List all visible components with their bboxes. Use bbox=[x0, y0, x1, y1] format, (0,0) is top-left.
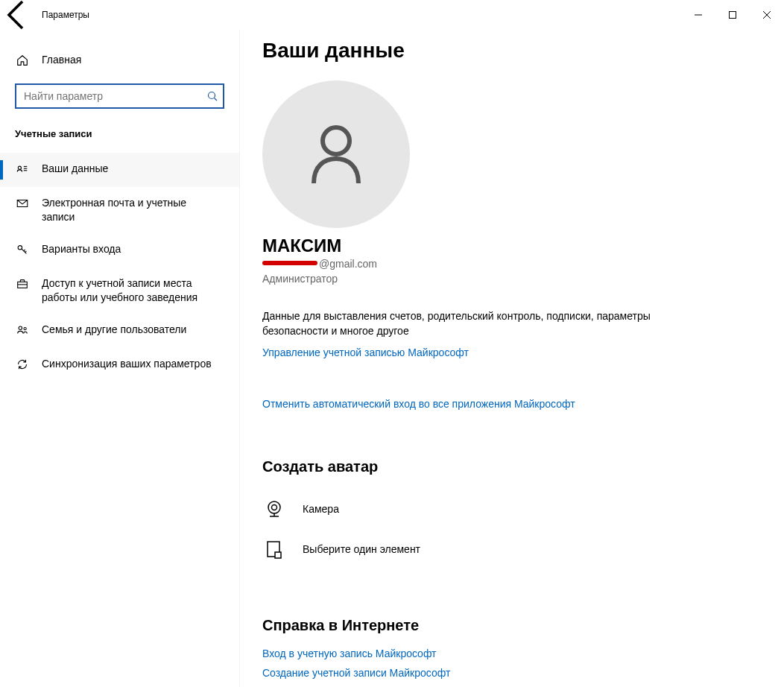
svg-point-4 bbox=[18, 166, 21, 169]
svg-point-14 bbox=[323, 127, 350, 154]
avatar bbox=[262, 80, 410, 228]
svg-point-13 bbox=[24, 327, 26, 329]
home-label: Главная bbox=[42, 54, 81, 66]
arrow-left-icon bbox=[0, 0, 36, 33]
svg-line-3 bbox=[215, 98, 218, 101]
browse-file-icon bbox=[262, 539, 286, 560]
main-content: Ваши данные МАКСИМ @gmail.com Администра… bbox=[240, 30, 784, 687]
help-links: Вход в учетную запись Майкрософт Создани… bbox=[262, 648, 760, 679]
help-create-account-link[interactable]: Создание учетной записи Майкрософт bbox=[262, 667, 760, 679]
briefcase-icon bbox=[15, 276, 30, 291]
key-icon bbox=[15, 242, 30, 256]
search-input-wrapper[interactable] bbox=[15, 83, 224, 109]
sidebar-item-label: Синхронизация ваших параметров bbox=[42, 357, 218, 371]
minimize-button[interactable] bbox=[681, 0, 715, 30]
close-button[interactable] bbox=[750, 0, 784, 30]
manage-account-link[interactable]: Управление учетной записью Майкрософт bbox=[262, 346, 469, 358]
maximize-button[interactable] bbox=[715, 0, 750, 30]
svg-rect-20 bbox=[275, 552, 281, 558]
sidebar-item-label: Варианты входа bbox=[42, 242, 127, 256]
sidebar-section-label: Учетные записи bbox=[0, 121, 239, 153]
sidebar-item-signin-options[interactable]: Варианты входа bbox=[0, 233, 239, 267]
sync-icon bbox=[15, 357, 30, 371]
svg-point-12 bbox=[19, 326, 22, 330]
home-icon bbox=[15, 53, 30, 67]
browse-option[interactable]: Выберите один элемент bbox=[262, 529, 760, 569]
mail-icon bbox=[15, 196, 30, 210]
create-avatar-title: Создать аватар bbox=[262, 458, 760, 475]
camera-option[interactable]: Камера bbox=[262, 489, 760, 529]
sidebar-item-family-users[interactable]: Семья и другие пользователи bbox=[0, 314, 239, 348]
sidebar-item-label: Доступ к учетной записи места работы или… bbox=[42, 276, 224, 305]
svg-point-15 bbox=[268, 501, 280, 513]
browse-label: Выберите один элемент bbox=[303, 543, 420, 555]
sidebar-nav: Ваши данные Электронная почта и учетные … bbox=[0, 153, 239, 382]
sidebar-item-your-info[interactable]: Ваши данные bbox=[0, 153, 239, 187]
svg-point-16 bbox=[272, 504, 277, 510]
person-card-icon bbox=[15, 162, 30, 176]
user-email: @gmail.com bbox=[262, 258, 760, 270]
billing-description: Данные для выставления счетов, родительс… bbox=[262, 308, 680, 339]
camera-label: Камера bbox=[303, 503, 339, 515]
cancel-auto-signin-link[interactable]: Отменить автоматический вход во все прил… bbox=[262, 398, 575, 410]
user-name: МАКСИМ bbox=[262, 235, 760, 256]
home-nav[interactable]: Главная bbox=[0, 45, 239, 75]
sidebar: Главная Учетные записи Ваши данные Элект… bbox=[0, 30, 240, 687]
back-button[interactable] bbox=[0, 0, 36, 30]
help-section-title: Справка в Интернете bbox=[262, 617, 760, 634]
svg-rect-1 bbox=[730, 12, 736, 19]
sidebar-item-sync[interactable]: Синхронизация ваших параметров bbox=[0, 348, 239, 382]
window-title: Параметры bbox=[36, 10, 89, 20]
camera-icon bbox=[262, 498, 286, 519]
redaction-mark bbox=[262, 261, 317, 265]
search-icon bbox=[206, 90, 218, 102]
search-input[interactable] bbox=[24, 90, 206, 102]
email-visible-part: @gmail.com bbox=[319, 258, 377, 270]
maximize-icon bbox=[728, 10, 737, 19]
sidebar-item-label: Семья и другие пользователи bbox=[42, 323, 192, 337]
sidebar-item-email-accounts[interactable]: Электронная почта и учетные записи bbox=[0, 187, 239, 233]
help-signin-link[interactable]: Вход в учетную запись Майкрософт bbox=[262, 648, 760, 659]
page-title: Ваши данные bbox=[262, 39, 760, 63]
svg-point-9 bbox=[18, 245, 22, 249]
user-role: Администратор bbox=[262, 273, 760, 285]
people-icon bbox=[15, 323, 30, 337]
sidebar-item-label: Электронная почта и учетные записи bbox=[42, 196, 224, 224]
svg-point-2 bbox=[209, 92, 215, 99]
avatar-block: МАКСИМ @gmail.com Администратор bbox=[262, 80, 760, 285]
sidebar-item-work-school[interactable]: Доступ к учетной записи места работы или… bbox=[0, 267, 239, 314]
close-icon bbox=[762, 10, 771, 19]
person-icon bbox=[300, 118, 372, 190]
minimize-icon bbox=[694, 10, 703, 19]
sidebar-item-label: Ваши данные bbox=[42, 162, 114, 176]
window-titlebar: Параметры bbox=[0, 0, 784, 30]
